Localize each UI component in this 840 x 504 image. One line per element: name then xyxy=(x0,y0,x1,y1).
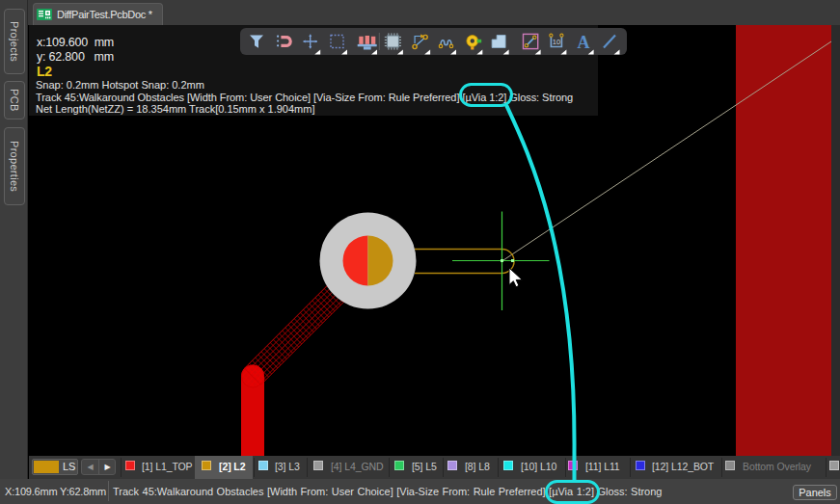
svg-text:A: A xyxy=(578,33,590,52)
svg-text:10: 10 xyxy=(553,38,560,46)
